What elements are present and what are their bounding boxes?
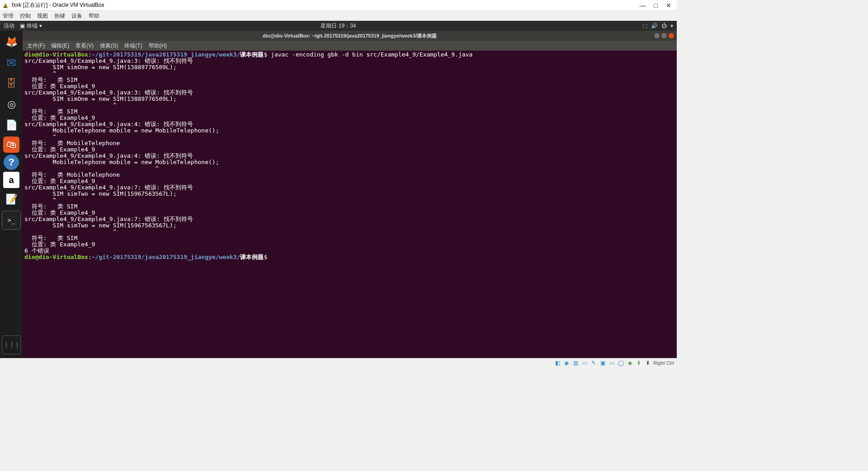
term-close-button[interactable] xyxy=(669,33,674,38)
dock-files[interactable]: 🗄 xyxy=(2,74,21,93)
status-optical-icon[interactable]: ◉ xyxy=(563,359,570,367)
status-mouse-icon[interactable]: ⬇ xyxy=(635,359,642,367)
term-menu-terminal[interactable]: 终端(T) xyxy=(124,42,142,50)
chevron-down-icon: ▾ xyxy=(39,23,42,29)
host-statusbar: ◧ ◉ ▥ ▭ ✎ ▣ ▭ ◯ ◆ ⬇ ⬇ Right Ctrl xyxy=(0,358,677,367)
minimize-button[interactable]: — xyxy=(640,2,646,9)
host-menu-manage[interactable]: 管理 xyxy=(3,12,14,20)
terminal-window: dio@dio-VirtualBox: ~/git-20175319/java2… xyxy=(23,31,677,358)
app-menu[interactable]: ▣ 终端 ▾ xyxy=(20,22,42,30)
status-capture-icon[interactable]: ⬇ xyxy=(644,359,651,367)
terminal-indicator-icon: ▣ xyxy=(20,23,25,29)
clock[interactable]: 星期日 19：34 xyxy=(321,22,356,30)
status-network-icon[interactable]: ▣ xyxy=(599,359,606,367)
power-icon[interactable]: ⏻ xyxy=(661,23,667,29)
status-hdd-icon[interactable]: ◧ xyxy=(554,359,561,367)
dock-texteditor[interactable]: 📝 xyxy=(2,190,21,209)
term-menu-help[interactable]: 帮助(H) xyxy=(149,42,167,50)
gnome-topbar[interactable]: 活动 ▣ 终端 ▾ 星期日 19：34 ⬚ 🔊 ⏻ ▾ xyxy=(0,21,677,31)
host-window-controls: — □ ✕ xyxy=(640,2,671,9)
term-minimize-button[interactable] xyxy=(654,33,660,38)
host-window-title: fxxk [正在运行] - Oracle VM VirtualBox xyxy=(12,1,640,9)
close-button[interactable]: ✕ xyxy=(666,2,671,9)
status-display-icon[interactable]: ▭ xyxy=(608,359,615,367)
dock-amazon[interactable]: a xyxy=(3,172,19,188)
terminal-title: dio@dio-VirtualBox: ~/git-20175319/java2… xyxy=(263,33,437,39)
app-menu-label: 终端 xyxy=(27,22,38,30)
host-menu-hotkey[interactable]: 热键 xyxy=(54,12,65,20)
host-menu-help[interactable]: 帮助 xyxy=(89,12,99,20)
system-tray[interactable]: ⬚ 🔊 ⏻ ▾ xyxy=(642,23,673,29)
host-menu-devices[interactable]: 设备 xyxy=(71,12,82,20)
term-menu-edit[interactable]: 编辑(E) xyxy=(51,42,69,50)
status-shared-icon[interactable]: ▭ xyxy=(581,359,588,367)
status-hostkey-label: Right Ctrl xyxy=(653,360,674,366)
terminal-body[interactable]: dio@dio-VirtualBox:~/git-20175319/java20… xyxy=(23,51,677,358)
status-feature-icon[interactable]: ◆ xyxy=(626,359,633,367)
terminal-menubar: 文件(F) 编辑(E) 查看(V) 搜索(S) 终端(T) 帮助(H) xyxy=(23,41,677,51)
dock-writer[interactable]: 📄 xyxy=(2,116,21,135)
guest-desktop[interactable]: 活动 ▣ 终端 ▾ 星期日 19：34 ⬚ 🔊 ⏻ ▾ 🦊 ✉ 🗄 ◎ 📄 🛍 … xyxy=(0,21,677,358)
dock-software[interactable]: 🛍 xyxy=(3,137,19,153)
terminal-titlebar[interactable]: dio@dio-VirtualBox: ~/git-20175319/java2… xyxy=(23,31,677,41)
term-menu-file[interactable]: 文件(F) xyxy=(27,42,45,50)
activities-button[interactable]: 活动 xyxy=(4,22,14,30)
dock-terminal[interactable]: >_ xyxy=(2,211,21,230)
maximize-button[interactable]: □ xyxy=(654,2,658,9)
host-titlebar: fxxk [正在运行] - Oracle VM VirtualBox — □ ✕ xyxy=(0,0,677,11)
dock-help[interactable]: ? xyxy=(4,155,19,170)
virtualbox-icon xyxy=(2,2,9,9)
host-menu-view[interactable]: 视图 xyxy=(37,12,48,20)
dock-show-apps[interactable]: ⋮⋮⋮ xyxy=(2,335,21,354)
host-menu-control[interactable]: 控制 xyxy=(20,12,31,20)
dock-rhythmbox[interactable]: ◎ xyxy=(2,95,21,114)
status-recording-icon[interactable]: ◯ xyxy=(617,359,624,367)
term-menu-view[interactable]: 查看(V) xyxy=(75,42,94,50)
ubuntu-dock: 🦊 ✉ 🗄 ◎ 📄 🛍 ? a 📝 >_ ⋮⋮⋮ xyxy=(0,31,23,358)
dock-firefox[interactable]: 🦊 xyxy=(2,33,21,52)
network-icon[interactable]: ⬚ xyxy=(642,23,647,29)
dock-thunderbird[interactable]: ✉ xyxy=(2,53,21,72)
volume-icon[interactable]: 🔊 xyxy=(651,23,658,29)
term-maximize-button[interactable] xyxy=(661,33,667,38)
host-menubar: 管理 控制 视图 热键 设备 帮助 xyxy=(0,11,677,21)
status-audio-icon[interactable]: ✎ xyxy=(590,359,597,367)
term-menu-search[interactable]: 搜索(S) xyxy=(100,42,118,50)
chevron-down-icon: ▾ xyxy=(670,23,673,29)
status-usb-icon[interactable]: ▥ xyxy=(572,359,579,367)
